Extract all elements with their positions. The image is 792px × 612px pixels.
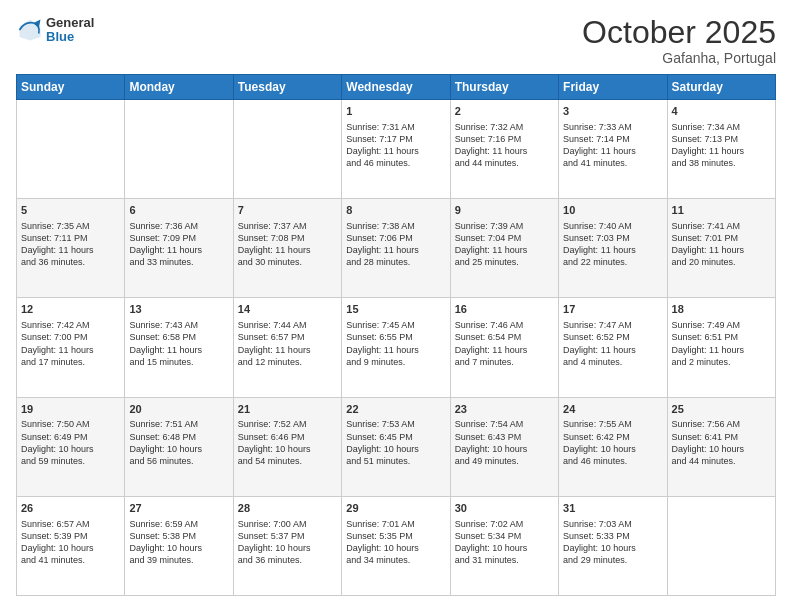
day-info: Daylight: 10 hours [563, 542, 662, 554]
day-info: Sunset: 6:49 PM [21, 431, 120, 443]
day-info: and 49 minutes. [455, 455, 554, 467]
day-number: 3 [563, 104, 662, 119]
day-info: Sunset: 7:04 PM [455, 232, 554, 244]
page: General Blue October 2025 Gafanha, Portu… [0, 0, 792, 612]
day-info: Sunrise: 7:35 AM [21, 220, 120, 232]
day-info: Daylight: 11 hours [455, 344, 554, 356]
calendar-cell: 20Sunrise: 7:51 AMSunset: 6:48 PMDayligh… [125, 397, 233, 496]
day-info: Sunrise: 7:02 AM [455, 518, 554, 530]
day-number: 25 [672, 402, 771, 417]
logo-text: General Blue [46, 16, 94, 45]
calendar-cell: 5Sunrise: 7:35 AMSunset: 7:11 PMDaylight… [17, 199, 125, 298]
calendar-cell: 7Sunrise: 7:37 AMSunset: 7:08 PMDaylight… [233, 199, 341, 298]
day-info: Sunset: 7:00 PM [21, 331, 120, 343]
day-info: and 2 minutes. [672, 356, 771, 368]
day-number: 15 [346, 302, 445, 317]
calendar-cell: 30Sunrise: 7:02 AMSunset: 5:34 PMDayligh… [450, 496, 558, 595]
day-info: Sunrise: 7:37 AM [238, 220, 337, 232]
day-info: Sunrise: 7:45 AM [346, 319, 445, 331]
day-number: 30 [455, 501, 554, 516]
day-number: 6 [129, 203, 228, 218]
day-info: and 36 minutes. [238, 554, 337, 566]
day-info: Sunrise: 7:41 AM [672, 220, 771, 232]
calendar-week-row: 26Sunrise: 6:57 AMSunset: 5:39 PMDayligh… [17, 496, 776, 595]
day-number: 31 [563, 501, 662, 516]
calendar-cell: 10Sunrise: 7:40 AMSunset: 7:03 PMDayligh… [559, 199, 667, 298]
day-info: Sunrise: 7:36 AM [129, 220, 228, 232]
logo-icon [16, 16, 44, 44]
day-info: Sunset: 5:38 PM [129, 530, 228, 542]
day-info: Sunset: 7:06 PM [346, 232, 445, 244]
calendar-week-row: 19Sunrise: 7:50 AMSunset: 6:49 PMDayligh… [17, 397, 776, 496]
day-info: and 56 minutes. [129, 455, 228, 467]
day-info: Daylight: 11 hours [21, 244, 120, 256]
calendar-header-row: SundayMondayTuesdayWednesdayThursdayFrid… [17, 75, 776, 100]
day-info: Daylight: 10 hours [129, 443, 228, 455]
day-info: Sunrise: 6:57 AM [21, 518, 120, 530]
day-number: 9 [455, 203, 554, 218]
day-info: Sunset: 6:46 PM [238, 431, 337, 443]
day-info: and 12 minutes. [238, 356, 337, 368]
day-info: Sunset: 6:45 PM [346, 431, 445, 443]
calendar-cell: 29Sunrise: 7:01 AMSunset: 5:35 PMDayligh… [342, 496, 450, 595]
calendar-cell: 31Sunrise: 7:03 AMSunset: 5:33 PMDayligh… [559, 496, 667, 595]
calendar-cell: 23Sunrise: 7:54 AMSunset: 6:43 PMDayligh… [450, 397, 558, 496]
day-info: Sunset: 7:08 PM [238, 232, 337, 244]
day-info: and 31 minutes. [455, 554, 554, 566]
day-info: Sunrise: 7:33 AM [563, 121, 662, 133]
logo-blue-text: Blue [46, 30, 94, 44]
day-info: Sunset: 6:48 PM [129, 431, 228, 443]
calendar-cell: 11Sunrise: 7:41 AMSunset: 7:01 PMDayligh… [667, 199, 775, 298]
day-info: Daylight: 11 hours [346, 145, 445, 157]
day-info: Sunset: 7:11 PM [21, 232, 120, 244]
day-info: Sunrise: 7:39 AM [455, 220, 554, 232]
day-info: Sunset: 5:34 PM [455, 530, 554, 542]
day-header-friday: Friday [559, 75, 667, 100]
day-header-tuesday: Tuesday [233, 75, 341, 100]
day-number: 7 [238, 203, 337, 218]
title-block: October 2025 Gafanha, Portugal [582, 16, 776, 66]
day-number: 18 [672, 302, 771, 317]
day-number: 13 [129, 302, 228, 317]
day-number: 28 [238, 501, 337, 516]
calendar-cell: 14Sunrise: 7:44 AMSunset: 6:57 PMDayligh… [233, 298, 341, 397]
day-info: and 44 minutes. [672, 455, 771, 467]
day-info: Sunrise: 7:56 AM [672, 418, 771, 430]
day-header-wednesday: Wednesday [342, 75, 450, 100]
calendar-cell: 8Sunrise: 7:38 AMSunset: 7:06 PMDaylight… [342, 199, 450, 298]
day-info: Sunset: 7:16 PM [455, 133, 554, 145]
day-info: and 51 minutes. [346, 455, 445, 467]
day-info: and 36 minutes. [21, 256, 120, 268]
calendar-week-row: 12Sunrise: 7:42 AMSunset: 7:00 PMDayligh… [17, 298, 776, 397]
day-info: Sunset: 7:17 PM [346, 133, 445, 145]
day-info: and 41 minutes. [21, 554, 120, 566]
day-info: Daylight: 11 hours [129, 344, 228, 356]
day-info: Sunset: 5:39 PM [21, 530, 120, 542]
day-info: and 34 minutes. [346, 554, 445, 566]
day-info: Sunset: 6:42 PM [563, 431, 662, 443]
day-number: 26 [21, 501, 120, 516]
day-info: and 41 minutes. [563, 157, 662, 169]
day-info: Sunrise: 7:32 AM [455, 121, 554, 133]
day-info: and 44 minutes. [455, 157, 554, 169]
day-info: and 15 minutes. [129, 356, 228, 368]
day-number: 29 [346, 501, 445, 516]
day-info: Sunrise: 7:44 AM [238, 319, 337, 331]
day-header-thursday: Thursday [450, 75, 558, 100]
day-number: 14 [238, 302, 337, 317]
day-info: Sunset: 7:09 PM [129, 232, 228, 244]
day-info: and 29 minutes. [563, 554, 662, 566]
day-info: Daylight: 11 hours [672, 145, 771, 157]
calendar-cell: 16Sunrise: 7:46 AMSunset: 6:54 PMDayligh… [450, 298, 558, 397]
day-info: Sunset: 6:43 PM [455, 431, 554, 443]
day-header-sunday: Sunday [17, 75, 125, 100]
day-number: 27 [129, 501, 228, 516]
day-info: and 33 minutes. [129, 256, 228, 268]
day-info: Sunrise: 7:53 AM [346, 418, 445, 430]
day-info: Sunrise: 7:50 AM [21, 418, 120, 430]
day-info: Sunset: 6:55 PM [346, 331, 445, 343]
calendar-week-row: 5Sunrise: 7:35 AMSunset: 7:11 PMDaylight… [17, 199, 776, 298]
day-info: and 7 minutes. [455, 356, 554, 368]
day-info: Sunrise: 7:54 AM [455, 418, 554, 430]
day-info: and 46 minutes. [346, 157, 445, 169]
